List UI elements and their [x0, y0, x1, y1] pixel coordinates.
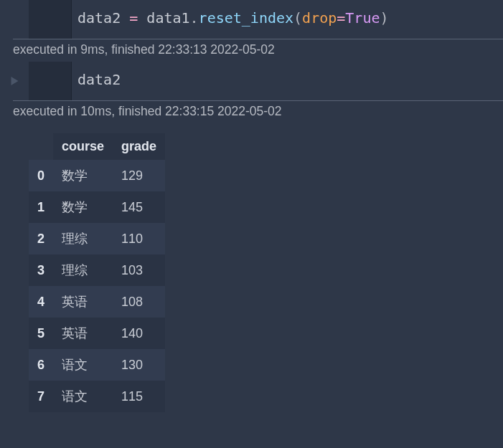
code-editor[interactable]: data2 = data1.reset_index(drop=True) — [72, 0, 503, 39]
code-token: data2 — [77, 71, 121, 88]
code-cell-1: data2 = data1.reset_index(drop=True) exe… — [0, 0, 503, 62]
table-cell: 英语 — [53, 286, 113, 318]
code-token: ( — [293, 9, 302, 27]
table-row: 7语文115 — [29, 381, 165, 412]
table-cell: 103 — [113, 254, 165, 286]
row-index: 3 — [29, 254, 53, 286]
table-cell: 语文 — [53, 381, 113, 412]
code-token: ) — [380, 9, 388, 27]
row-index: 5 — [29, 318, 53, 349]
code-token: = — [337, 9, 345, 27]
code-token: data2 — [77, 9, 129, 27]
table-cell: 理综 — [53, 223, 113, 254]
table-row: 2理综110 — [29, 223, 165, 254]
code-token: . — [190, 9, 199, 27]
table-cell: 数学 — [53, 160, 113, 191]
prompt-strip[interactable] — [29, 0, 72, 39]
column-header: grade — [113, 133, 165, 160]
code-token: drop — [302, 9, 337, 27]
table-cell: 理综 — [53, 254, 113, 286]
execution-status: executed in 10ms, finished 22:33:15 2022… — [13, 100, 503, 123]
table-cell: 英语 — [53, 318, 113, 349]
table-corner — [29, 133, 53, 160]
code-token: reset_index — [199, 9, 293, 27]
table-cell: 140 — [113, 318, 165, 349]
row-index: 2 — [29, 223, 53, 254]
row-index: 0 — [29, 160, 53, 191]
svg-marker-0 — [11, 77, 18, 85]
table-row: 3理综103 — [29, 254, 165, 286]
table-cell: 110 — [113, 223, 165, 254]
execution-status: executed in 9ms, finished 22:33:13 2022-… — [13, 39, 503, 62]
table-cell: 145 — [113, 191, 165, 223]
table-cell: 130 — [113, 349, 165, 381]
table-row: 6语文130 — [29, 349, 165, 381]
table-cell: 数学 — [53, 191, 113, 223]
code-token: True — [345, 9, 380, 27]
row-index: 6 — [29, 349, 53, 381]
row-index: 4 — [29, 286, 53, 318]
code-token: data1 — [138, 9, 189, 27]
run-icon[interactable] — [11, 77, 19, 85]
code-token: = — [129, 9, 138, 27]
row-index: 7 — [29, 381, 53, 412]
cell-gutter[interactable] — [0, 62, 29, 100]
table-cell: 语文 — [53, 349, 113, 381]
dataframe-table: coursegrade 0数学1291数学1452理综1103理综1034英语1… — [29, 133, 165, 412]
table-row: 0数学129 — [29, 160, 165, 191]
table-row: 5英语140 — [29, 318, 165, 349]
table-cell: 108 — [113, 286, 165, 318]
column-header: course — [53, 133, 113, 160]
code-editor[interactable]: data2 — [72, 62, 503, 100]
table-cell: 115 — [113, 381, 165, 412]
row-index: 1 — [29, 191, 53, 223]
table-row: 4英语108 — [29, 286, 165, 318]
cell-output: coursegrade 0数学1291数学1452理综1103理综1034英语1… — [0, 123, 503, 412]
table-cell: 129 — [113, 160, 165, 191]
code-cell-2: data2 executed in 10ms, finished 22:33:1… — [0, 62, 503, 123]
cell-gutter[interactable] — [0, 0, 29, 39]
prompt-strip[interactable] — [29, 62, 72, 100]
table-row: 1数学145 — [29, 191, 165, 223]
